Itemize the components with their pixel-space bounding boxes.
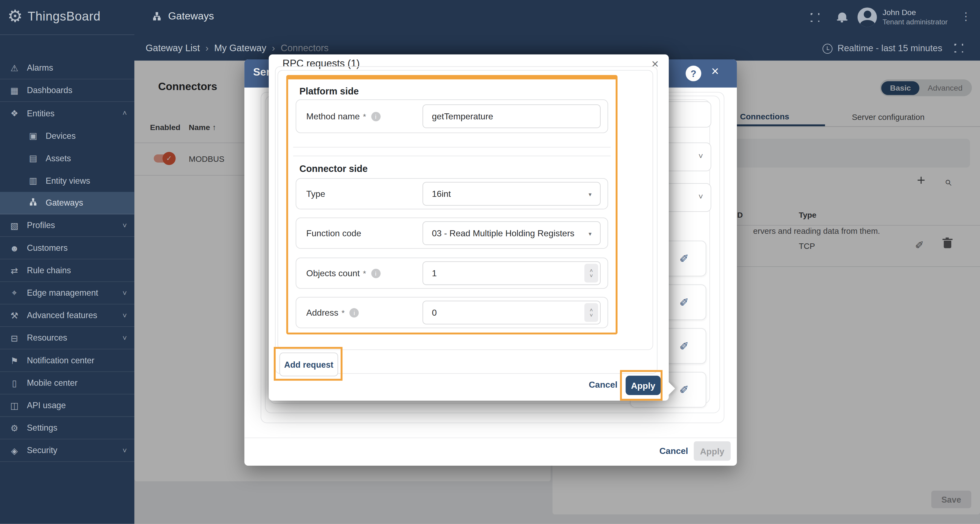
breadcrumb-connectors: Connectors <box>281 43 328 53</box>
sidebar-item-edge-management[interactable]: ⌖Edge management˅ <box>0 282 134 304</box>
sidebar-item-mobile-center[interactable]: ▯Mobile center <box>0 372 134 395</box>
number-stepper[interactable]: ˄˅ <box>584 264 598 282</box>
sidebar: ⌂Home ⚠Alarms ▦Dashboards ❖Entities˄ ▣De… <box>0 0 134 524</box>
server-cancel-button[interactable]: Cancel <box>659 446 688 456</box>
type-label: Type <box>306 189 325 199</box>
sidebar-item-label: Profiles <box>27 221 55 230</box>
sidebar-item-customers[interactable]: ☻Customers <box>0 237 134 259</box>
user-info[interactable]: John Doe Tenant administrator <box>883 8 948 27</box>
gateways-title-icon <box>152 11 162 21</box>
sidebar-item-resources[interactable]: ⊟Resources˅ <box>0 327 134 349</box>
notification-center-icon: ⚑ <box>9 355 20 365</box>
address-input[interactable]: 0 ˄˅ <box>422 301 601 325</box>
user-role: Tenant administrator <box>883 18 948 27</box>
server-apply-button-disabled[interactable]: Apply <box>694 441 730 461</box>
time-range-button[interactable]: Realtime - last 15 minutes <box>837 43 942 53</box>
avatar[interactable] <box>858 7 877 27</box>
sidebar-item-entities[interactable]: ❖Entities˄ <box>0 102 134 124</box>
sidebar-item-label: Settings <box>27 423 57 433</box>
notifications-bell-icon[interactable] <box>838 13 846 20</box>
rule-chains-icon: ⇄ <box>9 265 20 276</box>
sidebar-item-label: Edge management <box>27 288 98 298</box>
sidebar-item-settings[interactable]: ⚙Settings <box>0 417 134 440</box>
brand-name: ThingsBoard <box>28 9 100 24</box>
edge-management-icon: ⌖ <box>9 287 20 298</box>
sidebar-item-label: Security <box>27 446 57 455</box>
info-icon[interactable]: i <box>371 269 380 278</box>
spin-down-icon[interactable]: ˅ <box>590 273 593 278</box>
sidebar-item-devices[interactable]: ▣Devices <box>0 124 134 147</box>
required-marker: * <box>363 112 366 121</box>
rpc-cancel-button[interactable]: Cancel <box>589 379 617 390</box>
edit-icon[interactable]: ✐ <box>679 383 689 397</box>
method-name-label: Method name <box>306 111 360 121</box>
rpc-requests-dialog: RPC requests (1) × Platform side Method … <box>269 54 669 401</box>
help-icon[interactable]: ? <box>686 66 701 81</box>
brand-logo[interactable]: ⚙ ThingsBoard <box>7 6 100 26</box>
sidebar-item-rule-chains[interactable]: ⇄Rule chains <box>0 260 134 282</box>
dashboards-icon: ▦ <box>9 85 20 96</box>
chevron-down-icon: ˅ <box>123 311 127 320</box>
chevron-down-icon: ˅ <box>123 333 127 342</box>
entity-views-icon: ▥ <box>27 176 38 186</box>
objects-count-row: Objects count * i 1 ˄˅ <box>296 258 608 289</box>
divider <box>245 438 737 438</box>
sidebar-item-advanced-features[interactable]: ⚒Advanced features˅ <box>0 304 134 327</box>
divider <box>293 156 611 156</box>
type-select[interactable]: 16int▼ <box>422 182 601 205</box>
objects-count-input[interactable]: 1 ˄˅ <box>422 261 601 285</box>
platform-side-title: Platform side <box>299 86 359 96</box>
function-code-select[interactable]: 03 - Read Multiple Holding Registers▼ <box>422 221 601 245</box>
info-icon[interactable]: i <box>371 112 380 121</box>
sidebar-item-label: Resources <box>27 333 67 342</box>
sidebar-item-dashboards[interactable]: ▦Dashboards <box>0 80 134 102</box>
mobile-center-icon: ▯ <box>9 378 20 388</box>
edit-icon[interactable]: ✐ <box>679 339 689 353</box>
user-name: John Doe <box>883 8 948 18</box>
sidebar-item-label: Advanced features <box>27 311 97 320</box>
close-icon[interactable]: × <box>711 64 719 79</box>
resources-icon: ⊟ <box>9 333 20 343</box>
sidebar-item-notification-center[interactable]: ⚑Notification center <box>0 349 134 372</box>
edit-icon[interactable]: ✐ <box>679 252 689 266</box>
fullscreen-icon[interactable] <box>811 13 819 22</box>
divider <box>293 147 611 148</box>
entities-icon: ❖ <box>9 108 20 118</box>
sidebar-item-assets[interactable]: ▤Assets <box>0 147 134 169</box>
edit-icon[interactable]: ✐ <box>679 296 689 309</box>
connector-side-title: Connector side <box>299 163 368 174</box>
sidebar-item-label: Rule chains <box>27 266 71 275</box>
breadcrumb-gateway-list[interactable]: Gateway List <box>146 43 200 53</box>
type-row: Type 16int▼ <box>296 178 608 209</box>
rpc-apply-button[interactable]: Apply <box>625 376 660 395</box>
expand-time-icon[interactable] <box>954 44 963 53</box>
sidebar-nav: ⌂Home ⚠Alarms ▦Dashboards ❖Entities˄ ▣De… <box>0 35 134 462</box>
chevron-down-icon: ˅ <box>123 446 127 455</box>
sidebar-item-gateways[interactable]: Gateways <box>0 192 134 214</box>
sidebar-item-label: Notification center <box>27 356 94 365</box>
sidebar-item-security[interactable]: ◈Security˅ <box>0 440 134 462</box>
number-stepper[interactable]: ˄˅ <box>584 303 598 322</box>
function-code-row: Function code 03 - Read Multiple Holding… <box>296 218 608 249</box>
sidebar-item-entity-views[interactable]: ▥Entity views <box>0 169 134 192</box>
spin-down-icon[interactable]: ˅ <box>590 313 593 318</box>
devices-icon: ▣ <box>27 131 38 141</box>
sidebar-item-profiles[interactable]: ▧Profiles˅ <box>0 214 134 237</box>
topbar: ⚙ ThingsBoard Gateways John Doe Tenant a… <box>0 0 980 61</box>
sidebar-item-label: Mobile center <box>27 378 78 387</box>
kebab-menu-icon[interactable]: ⋮ <box>961 10 971 23</box>
chevron-down-icon: ˅ <box>123 288 127 297</box>
sidebar-item-label: Assets <box>46 154 71 163</box>
sidebar-item-api-usage[interactable]: ◫API usage <box>0 395 134 417</box>
add-request-button[interactable]: Add request <box>280 353 338 376</box>
logo-gear-icon: ⚙ <box>7 6 22 26</box>
server-dialog-title: Ser <box>253 66 270 79</box>
sidebar-item-label: Entity views <box>46 176 90 185</box>
breadcrumb-my-gateway[interactable]: My Gateway <box>214 43 266 53</box>
address-row: Address * i 0 ˄˅ <box>296 297 608 328</box>
chevron-down-icon: ˅ <box>698 151 703 161</box>
apply-highlight: Apply <box>620 370 662 401</box>
info-icon[interactable]: i <box>350 308 359 317</box>
method-name-input[interactable]: getTemperature <box>422 104 601 128</box>
rpc-form-highlight: Platform side Method name * i getTempera… <box>286 75 617 334</box>
